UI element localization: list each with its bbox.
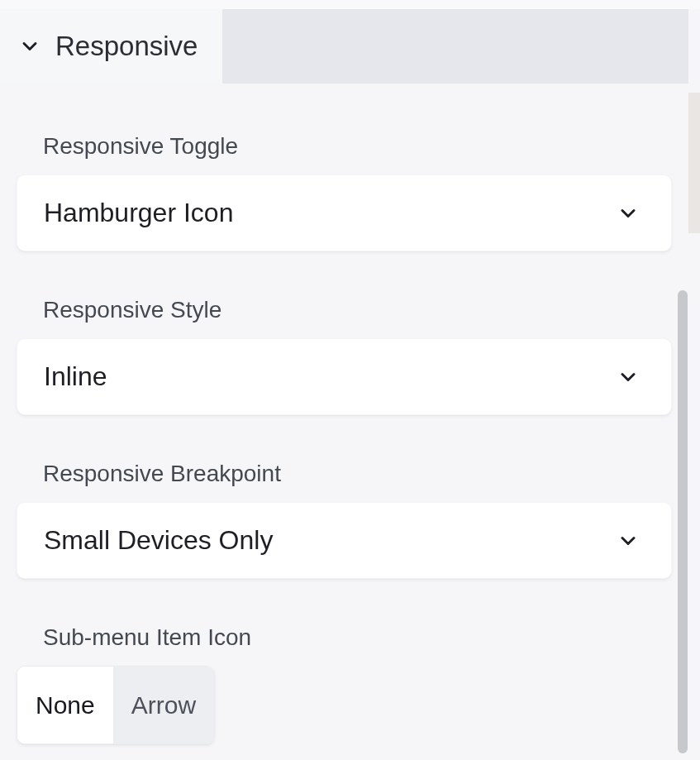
submenu-icon-segmented: None Arrow: [17, 666, 215, 744]
responsive-breakpoint-value: Small Devices Only: [44, 525, 273, 556]
responsive-style-label: Responsive Style: [43, 297, 672, 323]
tab-responsive[interactable]: Responsive: [0, 9, 222, 84]
field-submenu-icon: Sub-menu Item Icon None Arrow: [17, 624, 672, 744]
tab-responsive-label: Responsive: [55, 31, 198, 62]
submenu-icon-option-arrow[interactable]: Arrow: [113, 667, 214, 743]
responsive-toggle-value: Hamburger Icon: [44, 198, 233, 228]
responsive-toggle-select[interactable]: Hamburger Icon: [17, 174, 672, 251]
settings-panel: Responsive Responsive Toggle Hamburger I…: [0, 9, 688, 760]
adjacent-pane-edge: [688, 93, 700, 233]
chevron-down-icon: [617, 366, 640, 389]
accordion-tab-bar: Responsive: [0, 9, 688, 84]
submenu-icon-option-none[interactable]: None: [17, 667, 113, 743]
scrollbar-thumb[interactable]: [678, 290, 688, 753]
window-top-strip: [0, 0, 700, 9]
field-responsive-style: Responsive Style Inline: [17, 297, 672, 415]
chevron-down-icon: [617, 202, 640, 225]
field-responsive-breakpoint: Responsive Breakpoint Small Devices Only: [17, 461, 672, 579]
panel-body: Responsive Toggle Hamburger Icon Respons…: [0, 84, 688, 760]
field-responsive-toggle: Responsive Toggle Hamburger Icon: [17, 133, 672, 251]
scrollbar-track[interactable]: [677, 9, 688, 760]
responsive-style-value: Inline: [44, 361, 107, 392]
chevron-down-icon: [617, 529, 640, 552]
responsive-style-select[interactable]: Inline: [17, 338, 672, 415]
responsive-breakpoint-label: Responsive Breakpoint: [43, 461, 672, 487]
chevron-down-icon: [17, 33, 43, 60]
responsive-toggle-label: Responsive Toggle: [43, 133, 672, 160]
responsive-breakpoint-select[interactable]: Small Devices Only: [17, 502, 672, 579]
submenu-icon-label: Sub-menu Item Icon: [43, 624, 672, 651]
